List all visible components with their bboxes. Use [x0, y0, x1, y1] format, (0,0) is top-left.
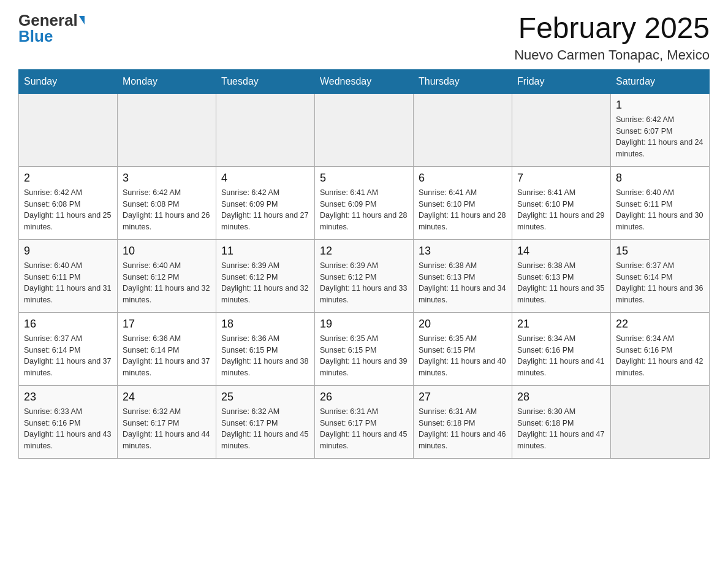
calendar-cell: 23Sunrise: 6:33 AM Sunset: 6:16 PM Dayli…	[19, 385, 118, 458]
weekday-header-row: SundayMondayTuesdayWednesdayThursdayFrid…	[19, 69, 710, 93]
day-info: Sunrise: 6:31 AM Sunset: 6:18 PM Dayligh…	[419, 406, 507, 452]
calendar-week-5: 23Sunrise: 6:33 AM Sunset: 6:16 PM Dayli…	[19, 385, 710, 458]
day-info: Sunrise: 6:42 AM Sunset: 6:08 PM Dayligh…	[123, 187, 211, 233]
location-title: Nuevo Carmen Tonapac, Mexico	[514, 47, 710, 63]
calendar-cell	[611, 385, 710, 458]
day-info: Sunrise: 6:39 AM Sunset: 6:12 PM Dayligh…	[221, 260, 309, 306]
calendar-cell: 18Sunrise: 6:36 AM Sunset: 6:15 PM Dayli…	[216, 312, 315, 385]
calendar-cell: 19Sunrise: 6:35 AM Sunset: 6:15 PM Dayli…	[315, 312, 414, 385]
calendar-cell: 27Sunrise: 6:31 AM Sunset: 6:18 PM Dayli…	[414, 385, 512, 458]
day-info: Sunrise: 6:38 AM Sunset: 6:13 PM Dayligh…	[419, 260, 507, 306]
calendar-header: SundayMondayTuesdayWednesdayThursdayFrid…	[19, 69, 710, 93]
day-number: 25	[221, 391, 309, 404]
calendar-cell: 12Sunrise: 6:39 AM Sunset: 6:12 PM Dayli…	[315, 239, 414, 312]
day-number: 28	[517, 391, 605, 404]
calendar-cell	[414, 93, 512, 166]
day-number: 2	[24, 172, 112, 185]
logo-triangle-icon	[79, 16, 85, 25]
day-number: 1	[616, 99, 704, 112]
calendar-cell: 14Sunrise: 6:38 AM Sunset: 6:13 PM Dayli…	[512, 239, 611, 312]
day-info: Sunrise: 6:41 AM Sunset: 6:10 PM Dayligh…	[419, 187, 507, 233]
calendar-cell: 9Sunrise: 6:40 AM Sunset: 6:11 PM Daylig…	[19, 239, 118, 312]
calendar-table: SundayMondayTuesdayWednesdayThursdayFrid…	[18, 69, 710, 459]
calendar-body: 1Sunrise: 6:42 AM Sunset: 6:07 PM Daylig…	[19, 93, 710, 458]
day-number: 6	[419, 172, 507, 185]
day-info: Sunrise: 6:40 AM Sunset: 6:11 PM Dayligh…	[24, 260, 112, 306]
day-number: 14	[517, 245, 605, 258]
day-info: Sunrise: 6:38 AM Sunset: 6:13 PM Dayligh…	[517, 260, 605, 306]
day-number: 27	[419, 391, 507, 404]
day-number: 24	[123, 391, 211, 404]
day-info: Sunrise: 6:31 AM Sunset: 6:17 PM Dayligh…	[320, 406, 408, 452]
day-info: Sunrise: 6:40 AM Sunset: 6:12 PM Dayligh…	[123, 260, 211, 306]
day-number: 15	[616, 245, 704, 258]
calendar-cell: 24Sunrise: 6:32 AM Sunset: 6:17 PM Dayli…	[118, 385, 216, 458]
calendar-week-4: 16Sunrise: 6:37 AM Sunset: 6:14 PM Dayli…	[19, 312, 710, 385]
calendar-cell: 3Sunrise: 6:42 AM Sunset: 6:08 PM Daylig…	[118, 166, 216, 239]
day-info: Sunrise: 6:36 AM Sunset: 6:14 PM Dayligh…	[123, 333, 211, 379]
calendar-cell	[512, 93, 611, 166]
day-info: Sunrise: 6:41 AM Sunset: 6:09 PM Dayligh…	[320, 187, 408, 233]
calendar-cell: 20Sunrise: 6:35 AM Sunset: 6:15 PM Dayli…	[414, 312, 512, 385]
page-header: General Blue February 2025 Nuevo Carmen …	[18, 12, 710, 63]
day-number: 11	[221, 245, 309, 258]
day-info: Sunrise: 6:33 AM Sunset: 6:16 PM Dayligh…	[24, 406, 112, 452]
title-block: February 2025 Nuevo Carmen Tonapac, Mexi…	[514, 12, 710, 63]
calendar-week-2: 2Sunrise: 6:42 AM Sunset: 6:08 PM Daylig…	[19, 166, 710, 239]
weekday-wednesday: Wednesday	[315, 69, 414, 93]
day-number: 17	[123, 318, 211, 331]
day-number: 8	[616, 172, 704, 185]
calendar-cell: 1Sunrise: 6:42 AM Sunset: 6:07 PM Daylig…	[611, 93, 710, 166]
calendar-cell: 17Sunrise: 6:36 AM Sunset: 6:14 PM Dayli…	[118, 312, 216, 385]
day-number: 20	[419, 318, 507, 331]
calendar-week-1: 1Sunrise: 6:42 AM Sunset: 6:07 PM Daylig…	[19, 93, 710, 166]
day-number: 9	[24, 245, 112, 258]
logo: General Blue	[18, 12, 85, 44]
day-info: Sunrise: 6:32 AM Sunset: 6:17 PM Dayligh…	[123, 406, 211, 452]
day-number: 10	[123, 245, 211, 258]
calendar-cell: 11Sunrise: 6:39 AM Sunset: 6:12 PM Dayli…	[216, 239, 315, 312]
day-number: 21	[517, 318, 605, 331]
calendar-cell	[118, 93, 216, 166]
day-number: 22	[616, 318, 704, 331]
day-number: 19	[320, 318, 408, 331]
weekday-friday: Friday	[512, 69, 611, 93]
weekday-saturday: Saturday	[611, 69, 710, 93]
calendar-cell: 8Sunrise: 6:40 AM Sunset: 6:11 PM Daylig…	[611, 166, 710, 239]
logo-general-text: General	[18, 12, 78, 28]
weekday-tuesday: Tuesday	[216, 69, 315, 93]
day-number: 16	[24, 318, 112, 331]
calendar-cell	[19, 93, 118, 166]
calendar-cell	[216, 93, 315, 166]
day-info: Sunrise: 6:34 AM Sunset: 6:16 PM Dayligh…	[517, 333, 605, 379]
day-info: Sunrise: 6:40 AM Sunset: 6:11 PM Dayligh…	[616, 187, 704, 233]
day-info: Sunrise: 6:32 AM Sunset: 6:17 PM Dayligh…	[221, 406, 309, 452]
calendar-week-3: 9Sunrise: 6:40 AM Sunset: 6:11 PM Daylig…	[19, 239, 710, 312]
calendar-cell	[315, 93, 414, 166]
day-info: Sunrise: 6:37 AM Sunset: 6:14 PM Dayligh…	[24, 333, 112, 379]
calendar-cell: 7Sunrise: 6:41 AM Sunset: 6:10 PM Daylig…	[512, 166, 611, 239]
day-number: 3	[123, 172, 211, 185]
day-info: Sunrise: 6:34 AM Sunset: 6:16 PM Dayligh…	[616, 333, 704, 379]
day-info: Sunrise: 6:42 AM Sunset: 6:09 PM Dayligh…	[221, 187, 309, 233]
day-number: 4	[221, 172, 309, 185]
calendar-cell: 28Sunrise: 6:30 AM Sunset: 6:18 PM Dayli…	[512, 385, 611, 458]
day-info: Sunrise: 6:35 AM Sunset: 6:15 PM Dayligh…	[419, 333, 507, 379]
weekday-thursday: Thursday	[414, 69, 512, 93]
calendar-cell: 21Sunrise: 6:34 AM Sunset: 6:16 PM Dayli…	[512, 312, 611, 385]
calendar-cell: 16Sunrise: 6:37 AM Sunset: 6:14 PM Dayli…	[19, 312, 118, 385]
weekday-sunday: Sunday	[19, 69, 118, 93]
day-info: Sunrise: 6:42 AM Sunset: 6:07 PM Dayligh…	[616, 114, 704, 160]
calendar-cell: 15Sunrise: 6:37 AM Sunset: 6:14 PM Dayli…	[611, 239, 710, 312]
calendar-cell: 25Sunrise: 6:32 AM Sunset: 6:17 PM Dayli…	[216, 385, 315, 458]
day-number: 12	[320, 245, 408, 258]
day-number: 18	[221, 318, 309, 331]
calendar-cell: 22Sunrise: 6:34 AM Sunset: 6:16 PM Dayli…	[611, 312, 710, 385]
calendar-cell: 13Sunrise: 6:38 AM Sunset: 6:13 PM Dayli…	[414, 239, 512, 312]
calendar-cell: 6Sunrise: 6:41 AM Sunset: 6:10 PM Daylig…	[414, 166, 512, 239]
calendar-cell: 5Sunrise: 6:41 AM Sunset: 6:09 PM Daylig…	[315, 166, 414, 239]
day-info: Sunrise: 6:30 AM Sunset: 6:18 PM Dayligh…	[517, 406, 605, 452]
day-number: 13	[419, 245, 507, 258]
day-info: Sunrise: 6:37 AM Sunset: 6:14 PM Dayligh…	[616, 260, 704, 306]
day-info: Sunrise: 6:36 AM Sunset: 6:15 PM Dayligh…	[221, 333, 309, 379]
